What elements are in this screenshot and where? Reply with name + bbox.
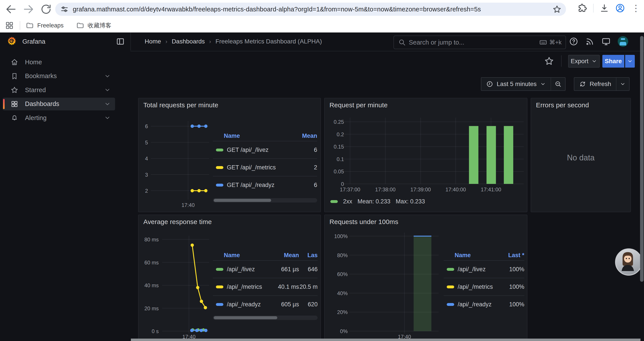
sidebar-item-home[interactable]: Home (3, 56, 115, 69)
chevron-down-icon[interactable] (104, 101, 111, 107)
svg-text:3: 3 (145, 172, 148, 178)
sidebar-toggle-icon[interactable] (116, 37, 125, 46)
zoom-out-icon (554, 81, 562, 88)
share-menu-button[interactable] (625, 55, 635, 68)
chevron-down-icon (627, 58, 633, 64)
sidebar-item-starred[interactable]: Starred (3, 84, 115, 96)
svg-text:80%: 80% (337, 252, 348, 258)
breadcrumb-item[interactable]: Home (145, 38, 161, 45)
nav-icons (569, 33, 628, 51)
legend-row[interactable]: GET /api/_/readyz6 (213, 176, 317, 194)
legend-table[interactable]: NameMeanLas/api/_/livez661 µs646/api/_/m… (213, 250, 318, 313)
refresh-label[interactable]: Refresh (574, 78, 616, 90)
search-input[interactable]: Search or jump to... ⌘+k (394, 36, 566, 49)
series-name: /api/_/readyz (227, 301, 268, 308)
time-range-label[interactable]: Last 5 minutes (481, 78, 550, 90)
legend-row[interactable]: GET /api/_/livez6 (213, 141, 317, 158)
svg-text:0: 0 (341, 181, 344, 187)
svg-text:0.1: 0.1 (337, 156, 344, 162)
series-color-pill (216, 149, 223, 151)
zoom-out-button[interactable] (550, 78, 565, 90)
profile-icon[interactable] (615, 3, 625, 13)
chevron-down-icon (540, 81, 546, 87)
series-name: GET /api/_/readyz (227, 182, 302, 188)
legend-row[interactable]: /api/_/metrics40.1 ms20.5 m (213, 278, 318, 295)
back-icon[interactable] (5, 3, 17, 15)
chart-legend[interactable]: 2xx Mean: 0.233 Max: 0.233 (330, 198, 425, 205)
assistant-avatar[interactable] (615, 248, 642, 276)
refresh-interval-button[interactable] (616, 78, 629, 90)
sidebar-item-dashboards[interactable]: Dashboards (3, 98, 115, 110)
svg-text:17:39:00: 17:39:00 (410, 187, 431, 192)
legend-row[interactable]: /api/_/livez100% (444, 260, 524, 278)
chevron-down-icon (620, 81, 626, 87)
series-name: /api/_/livez (458, 266, 499, 273)
time-range-picker[interactable]: Last 5 minutes (481, 77, 566, 91)
horizontal-scrollbar[interactable] (131, 338, 640, 341)
reload-icon[interactable] (40, 3, 52, 15)
svg-text:6: 6 (145, 123, 148, 129)
legend-table[interactable]: NameLast */api/_/livez100%/api/_/metrics… (444, 250, 524, 313)
legend-row[interactable]: /api/_/readyz100% (444, 295, 524, 313)
breadcrumb-item[interactable]: Dashboards (172, 38, 205, 45)
legend-scrollbar[interactable] (213, 198, 317, 203)
brand-label[interactable]: Grafana (22, 38, 45, 45)
apps-grid-icon[interactable] (5, 21, 14, 30)
url-text[interactable]: grafana.mathmast.com/d/deytv4rwavabkb/fr… (73, 6, 552, 13)
folder-icon (26, 22, 34, 30)
svg-text:0.15: 0.15 (334, 144, 344, 150)
breadcrumb-item[interactable]: Freeleaps Metrics Dashboard (ALPHA) (216, 38, 322, 45)
refresh-button[interactable]: Refresh (574, 77, 630, 91)
series-color-pill (216, 285, 223, 288)
series-name: /api/_/metrics (227, 283, 268, 290)
legend-table-header[interactable]: NameMeanLas (213, 250, 318, 260)
sidebar-item-bookmarks[interactable]: Bookmarks (3, 70, 115, 83)
download-icon[interactable] (599, 3, 609, 13)
series-color-pill (447, 268, 454, 271)
request-per-minute-chart[interactable]: 0.250.20.150.10.05017:37:0017:38:0017:39… (325, 98, 528, 213)
svg-text:0.05: 0.05 (334, 169, 344, 174)
svg-text:0.25: 0.25 (334, 119, 344, 125)
chevron-down-icon[interactable] (104, 73, 111, 80)
legend-scrollbar[interactable] (213, 315, 318, 320)
sidebar-item-label: Starred (25, 87, 104, 94)
panel-requests-under-100ms: Requests under 100ms 100%80%60%40%20%0%1… (324, 215, 528, 341)
news-rss-icon[interactable] (585, 37, 594, 46)
legend-table-header[interactable]: NameLast * (444, 250, 524, 260)
share-button[interactable]: Share (602, 55, 624, 68)
favorite-dashboard-icon[interactable] (544, 56, 554, 66)
svg-text:60%: 60% (337, 271, 348, 277)
series-name: /api/_/metrics (458, 283, 499, 290)
url-bar[interactable]: grafana.mathmast.com/d/deytv4rwavabkb/fr… (55, 3, 566, 16)
grafana-logo[interactable] (6, 36, 18, 47)
breadcrumb-separator: › (209, 38, 211, 45)
help-icon[interactable] (569, 37, 578, 46)
legend-row[interactable]: /api/_/metrics100% (444, 278, 524, 295)
legend-table[interactable]: NameMeanGET /api/_/livez6GET /api/_/metr… (213, 131, 317, 194)
legend-row[interactable]: /api/_/livez661 µs646 (213, 260, 318, 278)
legend-row[interactable]: /api/_/readyz605 µs620 (213, 295, 318, 313)
series-name: /api/_/livez (227, 266, 268, 273)
legend-table-header[interactable]: NameMean (213, 131, 317, 141)
svg-text:20 ms: 20 ms (144, 305, 159, 311)
panel-total-requests: Total requests per minute 6543217:40 Nam… (138, 98, 321, 212)
bookmark-item[interactable]: Freeleaps (26, 22, 64, 30)
user-avatar[interactable] (618, 36, 628, 47)
forward-icon[interactable] (22, 3, 35, 15)
chevron-down-icon[interactable] (104, 87, 111, 93)
legend-row[interactable]: GET /api/_/metrics2 (213, 158, 317, 176)
sidebar-item-alerting[interactable]: Alerting (3, 112, 115, 124)
site-settings-icon[interactable] (60, 5, 69, 14)
chevron-down-icon[interactable] (104, 115, 111, 121)
monitor-icon[interactable] (602, 37, 611, 46)
export-button[interactable]: Export (568, 55, 600, 68)
bookmark-item[interactable]: 收藏博客 (76, 22, 111, 30)
grafana-topnav: Grafana Home›Dashboards›Freeleaps Metric… (0, 33, 644, 51)
series-color-pill (216, 303, 223, 306)
extensions-icon[interactable] (577, 3, 588, 13)
svg-text:17:40: 17:40 (182, 202, 195, 208)
vertical-scrollbar[interactable] (640, 36, 644, 282)
bookmark-star-icon[interactable] (552, 5, 562, 14)
svg-text:100%: 100% (334, 233, 348, 239)
chrome-menu-icon[interactable]: ⋮ (631, 3, 641, 13)
